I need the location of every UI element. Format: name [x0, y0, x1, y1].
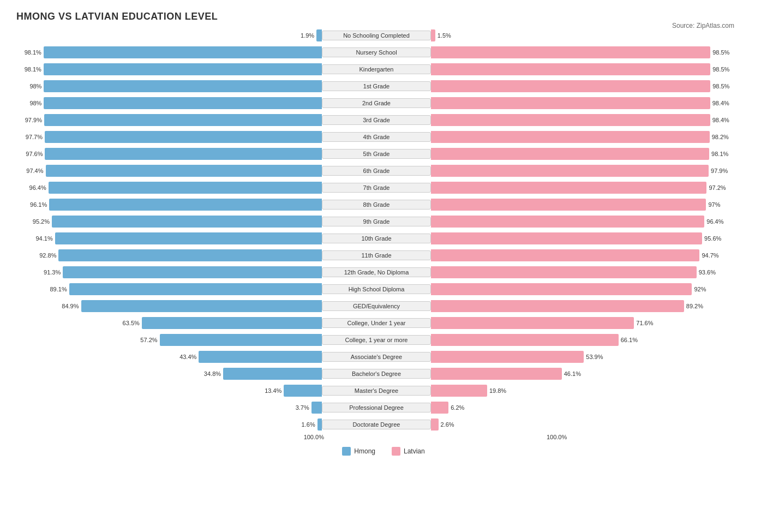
legend: Hmong Latvian — [16, 447, 751, 456]
axis-right-label: 100.0% — [435, 434, 751, 440]
right-bar — [431, 232, 702, 244]
left-bar-container: 34.8% — [16, 368, 322, 380]
left-value: 97.7% — [22, 134, 43, 140]
right-value: 6.2% — [451, 404, 471, 411]
bar-label: Associate's Degree — [322, 352, 431, 362]
bar-label: No Schooling Completed — [322, 31, 431, 40]
left-value: 13.4% — [261, 387, 281, 394]
right-bar-container: 98.5% — [431, 80, 736, 92]
left-bar — [45, 131, 322, 143]
right-bar — [431, 368, 562, 380]
table-row: 95.2% 9th Grade 96.4% — [16, 214, 751, 229]
right-bar — [431, 266, 697, 278]
right-bar — [431, 29, 435, 41]
bar-label: 7th Grade — [322, 183, 431, 193]
right-bar-container: 1.5% — [431, 29, 736, 41]
bar-label: 11th Grade — [322, 250, 431, 260]
left-value: 94.1% — [32, 235, 53, 242]
table-row: 13.4% Master's Degree 19.8% — [16, 383, 751, 398]
right-bar — [431, 334, 619, 346]
left-bar — [44, 63, 322, 75]
bar-label: College, Under 1 year — [322, 318, 431, 328]
table-row: 1.9% No Schooling Completed 1.5% — [16, 28, 751, 43]
left-bar-container: 57.2% — [16, 334, 322, 346]
right-value: 98.5% — [712, 83, 733, 89]
left-value: 97.9% — [21, 117, 42, 123]
right-value: 96.4% — [706, 218, 727, 225]
right-bar — [431, 385, 487, 397]
right-value: 71.6% — [636, 320, 657, 326]
left-bar — [52, 216, 322, 228]
left-bar-container: 97.7% — [16, 131, 322, 143]
bar-label: Kindergarten — [322, 64, 431, 74]
chart-title: HMONG VS LATVIAN EDUCATION LEVEL — [16, 11, 751, 22]
left-value: 98.1% — [21, 49, 41, 56]
right-bar-container: 2.6% — [431, 419, 736, 431]
left-value: 34.8% — [200, 370, 221, 377]
right-bar — [431, 97, 710, 109]
left-value: 89.1% — [46, 286, 67, 292]
right-bar-container: 95.6% — [431, 232, 736, 244]
legend-hmong-label: Hmong — [354, 447, 375, 455]
left-bar-container: 98% — [16, 80, 322, 92]
left-bar-container: 92.8% — [16, 249, 322, 261]
left-value: 1.6% — [295, 421, 315, 428]
bar-label: Nursery School — [322, 47, 431, 57]
bar-label: 12th Grade, No Diploma — [322, 267, 431, 277]
bar-label: Professional Degree — [322, 403, 431, 413]
right-value: 97.2% — [709, 184, 729, 191]
left-value: 98% — [21, 83, 41, 89]
table-row: 92.8% 11th Grade 94.7% — [16, 248, 751, 263]
left-bar — [69, 283, 322, 295]
bar-label: 10th Grade — [322, 234, 431, 243]
right-bar-container: 96.4% — [431, 216, 736, 228]
right-bar-container: 66.1% — [431, 334, 736, 346]
right-value: 89.2% — [686, 303, 707, 309]
left-bar-container: 97.4% — [16, 165, 322, 177]
right-bar-container: 6.2% — [431, 402, 736, 414]
left-bar — [44, 80, 322, 92]
left-bar-container: 91.3% — [16, 266, 322, 278]
right-bar-container: 98.1% — [431, 148, 736, 160]
table-row: 98.1% Kindergarten 98.5% — [16, 62, 751, 77]
right-bar-container: 53.9% — [431, 351, 736, 363]
right-value: 94.7% — [702, 252, 722, 259]
left-value: 63.5% — [119, 320, 140, 326]
table-row: 63.5% College, Under 1 year 71.6% — [16, 315, 751, 331]
right-bar-container: 19.8% — [431, 385, 736, 397]
left-bar — [81, 300, 322, 312]
table-row: 97.4% 6th Grade 97.9% — [16, 163, 751, 178]
right-value: 66.1% — [621, 337, 642, 343]
right-value: 95.6% — [704, 235, 725, 242]
bar-label: 1st Grade — [322, 81, 431, 91]
bar-label: 3rd Grade — [322, 115, 431, 125]
left-bar-container: 43.4% — [16, 351, 322, 363]
left-bar — [311, 402, 322, 414]
right-value: 98.4% — [712, 100, 733, 106]
table-row: 3.7% Professional Degree 6.2% — [16, 400, 751, 415]
right-bar — [431, 419, 439, 431]
bar-label: 6th Grade — [322, 166, 431, 176]
left-bar-container: 94.1% — [16, 232, 322, 244]
left-bar — [46, 165, 322, 177]
right-bar — [431, 283, 692, 295]
right-bar-container: 98.4% — [431, 114, 736, 126]
right-bar — [431, 46, 710, 58]
left-bar — [316, 29, 322, 41]
left-value: 96.4% — [26, 184, 46, 191]
bar-label: High School Diploma — [322, 284, 431, 294]
right-bar-container: 92% — [431, 283, 736, 295]
left-value: 1.9% — [293, 32, 314, 39]
right-bar — [431, 131, 710, 143]
left-bar-container: 1.6% — [16, 419, 322, 431]
bar-label: GED/Equivalency — [322, 301, 431, 311]
left-value: 91.3% — [40, 269, 61, 276]
right-value: 98.1% — [711, 151, 732, 157]
right-bar — [431, 80, 710, 92]
bar-label: 4th Grade — [322, 132, 431, 142]
right-bar — [431, 114, 710, 126]
table-row: 96.4% 7th Grade 97.2% — [16, 180, 751, 195]
left-value: 98% — [21, 100, 41, 106]
right-value: 1.5% — [438, 32, 458, 39]
right-value: 93.6% — [699, 269, 720, 276]
